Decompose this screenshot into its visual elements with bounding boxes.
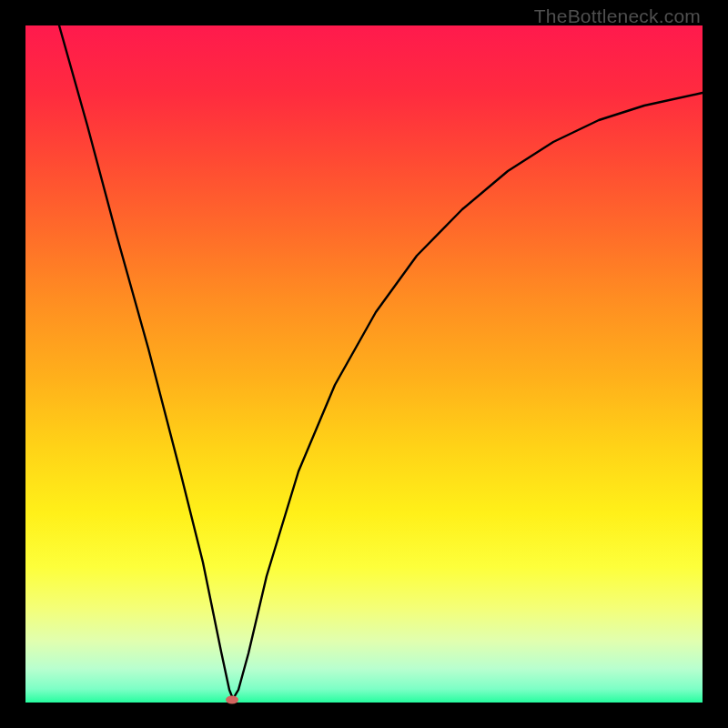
plot-area <box>25 25 703 703</box>
bottleneck-curve <box>25 25 703 703</box>
chart-container: TheBottleneck.com <box>0 0 728 728</box>
curve-path <box>59 25 703 699</box>
minimum-marker <box>226 696 238 704</box>
watermark-text: TheBottleneck.com <box>534 5 701 27</box>
